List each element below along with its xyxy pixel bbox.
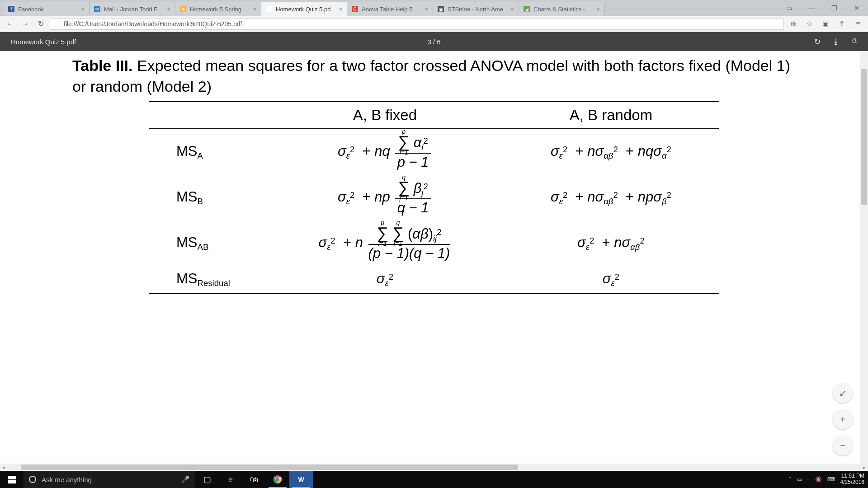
tab-close-icon[interactable]: × [339, 6, 342, 13]
addr-right-icons: ⊕ ☆ ◉ ⇪ ≡ [787, 18, 864, 30]
clock[interactable]: 11:51 PM4/25/2016 [840, 473, 864, 486]
browser-tab[interactable]: ▣STSnine - North Ame× [433, 2, 519, 16]
browser-chrome: fFacebook×✉Mail - Jordan Todd F×✳Homewor… [0, 0, 868, 32]
vertical-scrollbar[interactable] [860, 51, 868, 471]
reload-button[interactable]: ↻ [34, 18, 47, 30]
tab-favicon: ▣ [438, 6, 444, 12]
tab-label: Facebook [18, 6, 78, 13]
back-button[interactable]: ← [4, 18, 16, 30]
cast-icon[interactable]: ◉ [819, 18, 832, 30]
tab-label: Homework 5 Spring [190, 6, 250, 13]
row-msb: MSB σε2 + np ∑qj=1 βj2 q − 1 [149, 175, 719, 221]
mic-icon[interactable]: 🎤 [181, 475, 190, 483]
download-icon[interactable]: ⭳ [832, 37, 840, 47]
tab-favicon: ✳ [180, 6, 186, 12]
volume-mute-icon[interactable]: 🔇 [815, 476, 822, 483]
fit-page-button[interactable]: ⤢ [833, 383, 853, 403]
search-placeholder: Ask me anything [42, 476, 92, 483]
browser-tab[interactable]: Homework Quiz 5.pd× [261, 2, 347, 16]
page-icon [54, 21, 60, 27]
extension-icon[interactable]: ⇪ [835, 18, 848, 30]
tab-close-icon[interactable]: × [253, 6, 256, 13]
system-tray: ˄ ▭ ◦ 🔇 ⌨ 11:51 PM4/25/2016 [789, 473, 868, 486]
wifi-icon[interactable]: ◦ [807, 476, 809, 483]
tab-label: STSnine - North Ame [448, 6, 508, 13]
user-icon[interactable]: ▭ [778, 0, 800, 16]
bookmark-star-icon[interactable]: ☆ [803, 18, 816, 30]
row-msa: MSA σε2 + nq ∑pi=1 αi2 p − 1 [149, 129, 719, 175]
tab-close-icon[interactable]: × [167, 6, 170, 13]
tab-favicon: C [352, 6, 358, 12]
cortana-search[interactable]: Ask me anything 🎤 [24, 471, 195, 488]
browser-tab[interactable]: ◢Charts & Statistics -× [519, 2, 605, 16]
browser-tab[interactable]: ✉Mail - Jordan Todd F× [90, 2, 175, 16]
print-icon[interactable]: ⎙ [852, 37, 856, 47]
pdf-page-content: Table III. Expected mean squares for a t… [0, 51, 868, 294]
row-msab: MSAB σε2 + n ∑pi=1 ∑qj=1 (αβ)ij2 (p − 1)… [149, 221, 719, 266]
zoom-out-button[interactable]: − [833, 436, 853, 455]
browser-tab[interactable]: fFacebook× [4, 2, 90, 16]
ems-table: A, B fixed A, B random MSA σε2 + nq ∑pi=… [149, 101, 719, 294]
address-bar[interactable]: file:///C:/Users/Jordan/Downloads/Homewo… [50, 18, 784, 30]
windows-taskbar: Ask me anything 🎤 ▢ e 🛍 W ˄ ▭ ◦ 🔇 ⌨ 11:5… [0, 471, 868, 488]
pdf-tools: ↻ ⭳ ⎙ [814, 37, 868, 47]
browser-tab[interactable]: CAnova Table Help 5× [347, 2, 433, 16]
url-text: file:///C:/Users/Jordan/Downloads/Homewo… [64, 20, 242, 28]
tab-strip: fFacebook×✉Mail - Jordan Todd F×✳Homewor… [0, 0, 868, 16]
tab-favicon: f [8, 6, 14, 12]
tab-favicon: ◢ [524, 6, 530, 12]
tray-up-icon[interactable]: ˄ [789, 476, 792, 483]
zoom-in-button[interactable]: + [833, 409, 853, 429]
browser-tab[interactable]: ✳Homework 5 Spring× [175, 2, 261, 16]
pdf-viewport[interactable]: Table III. Expected mean squares for a t… [0, 51, 868, 471]
tab-label: Homework Quiz 5.pd [276, 6, 336, 13]
battery-icon[interactable]: ▭ [797, 476, 802, 483]
chrome-app-icon[interactable] [266, 471, 289, 488]
col-random-header: A, B random [503, 101, 719, 129]
keyboard-icon[interactable]: ⌨ [827, 476, 835, 483]
task-view-button[interactable]: ▢ [195, 471, 219, 488]
pdf-zoom-controls: ⤢ + − [833, 383, 853, 455]
edge-app-icon[interactable]: e [219, 471, 242, 488]
windows-logo-icon [8, 476, 16, 483]
row-msresidual: MSResidual σε2 σε2 [149, 266, 719, 294]
tab-close-icon[interactable]: × [510, 6, 514, 13]
tab-close-icon[interactable]: × [81, 6, 85, 13]
tab-close-icon[interactable]: × [596, 6, 600, 13]
col-fixed-header: A, B fixed [267, 101, 503, 129]
tab-label: Charts & Statistics - [533, 6, 594, 13]
horizontal-scrollbar[interactable]: ◂▸ [0, 464, 868, 471]
pdf-page-indicator[interactable]: 3 / 6 [427, 38, 440, 46]
address-row: ← → ↻ file:///C:/Users/Jordan/Downloads/… [0, 16, 868, 32]
tab-label: Anova Table Help 5 [362, 6, 422, 13]
zoom-icon[interactable]: ⊕ [787, 18, 799, 30]
forward-button[interactable]: → [19, 18, 32, 30]
minimize-button[interactable]: — [800, 0, 823, 16]
word-app-icon[interactable]: W [289, 471, 313, 488]
menu-icon[interactable]: ≡ [852, 18, 864, 30]
maximize-button[interactable]: ❐ [823, 0, 845, 16]
taskbar-apps: ▢ e 🛍 W [195, 471, 313, 488]
close-window-button[interactable]: ✕ [845, 0, 868, 16]
pdf-toolbar: Homework Quiz 5.pdf 3 / 6 ↻ ⭳ ⎙ [0, 32, 868, 51]
tab-favicon [266, 6, 272, 12]
tab-label: Mail - Jordan Todd F [104, 6, 164, 13]
tab-favicon: ✉ [94, 6, 100, 12]
table-title: Table III. Expected mean squares for a t… [72, 56, 796, 97]
window-controls: ▭ — ❐ ✕ [778, 0, 868, 16]
rotate-icon[interactable]: ↻ [814, 37, 821, 47]
tab-close-icon[interactable]: × [425, 6, 428, 13]
pdf-filename: Homework Quiz 5.pdf [0, 38, 76, 46]
store-app-icon[interactable]: 🛍 [242, 471, 266, 488]
cortana-icon [29, 476, 36, 483]
start-button[interactable] [0, 471, 24, 488]
